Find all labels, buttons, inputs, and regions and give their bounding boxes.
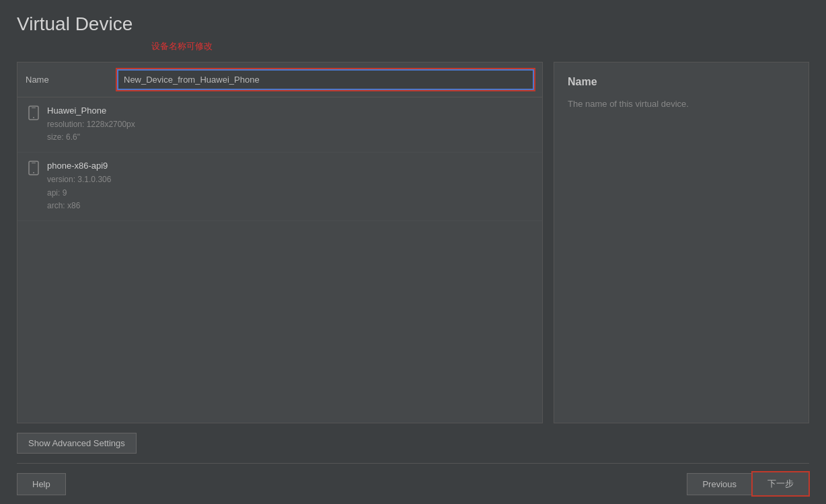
show-advanced-settings-button[interactable]: Show Advanced Settings	[17, 433, 137, 454]
page-title: Virtual Device	[17, 13, 809, 35]
footer: Help Previous 下一步	[17, 463, 809, 504]
left-panel: Name Huawei_Phone resolution: 1228x2700p…	[17, 62, 543, 423]
device-name-text: phone-x86-api9	[47, 161, 531, 171]
device-name-hint: 设备名称可修改	[151, 40, 809, 52]
previous-button[interactable]: Previous	[687, 473, 752, 495]
content-area: Name Huawei_Phone resolution: 1228x2700p…	[17, 62, 809, 423]
footer-left: Help	[17, 473, 66, 495]
device-specs-text: resolution: 1228x2700pxsize: 6.6"	[47, 118, 531, 144]
device-name-text: Huawei_Phone	[47, 106, 531, 116]
right-panel-description: The name of this virtual device.	[568, 97, 795, 111]
phone-icon	[28, 106, 39, 120]
name-label: Name	[26, 75, 106, 85]
right-panel: Name The name of this virtual device.	[554, 62, 809, 423]
device-item[interactable]: phone-x86-api9 version: 3.1.0.306api: 9a…	[17, 153, 542, 221]
svg-rect-5	[32, 163, 36, 163]
footer-right: Previous 下一步	[687, 472, 809, 496]
device-info: phone-x86-api9 version: 3.1.0.306api: 9a…	[47, 161, 531, 212]
svg-point-4	[33, 172, 34, 173]
right-panel-title: Name	[568, 76, 795, 88]
help-button[interactable]: Help	[17, 473, 66, 495]
main-container: Virtual Device 设备名称可修改 Name	[0, 0, 826, 504]
device-specs-text: version: 3.1.0.306api: 9arch: x86	[47, 173, 531, 212]
next-button[interactable]: 下一步	[752, 472, 809, 496]
device-item[interactable]: Huawei_Phone resolution: 1228x2700pxsize…	[17, 97, 542, 153]
device-list: Huawei_Phone resolution: 1228x2700pxsize…	[17, 97, 542, 423]
device-name-input[interactable]	[117, 69, 534, 90]
bottom-section: Show Advanced Settings	[17, 423, 809, 454]
device-info: Huawei_Phone resolution: 1228x2700pxsize…	[47, 106, 531, 144]
phone-icon	[28, 161, 39, 175]
svg-point-1	[33, 117, 34, 118]
svg-rect-2	[32, 108, 36, 108]
name-row: Name	[17, 62, 542, 97]
